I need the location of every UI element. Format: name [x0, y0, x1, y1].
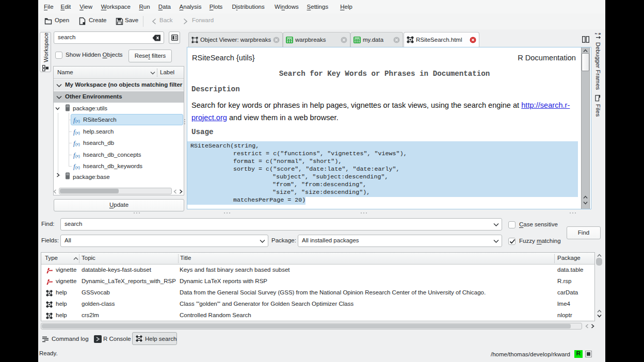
svg-text:a: a: [598, 33, 602, 35]
